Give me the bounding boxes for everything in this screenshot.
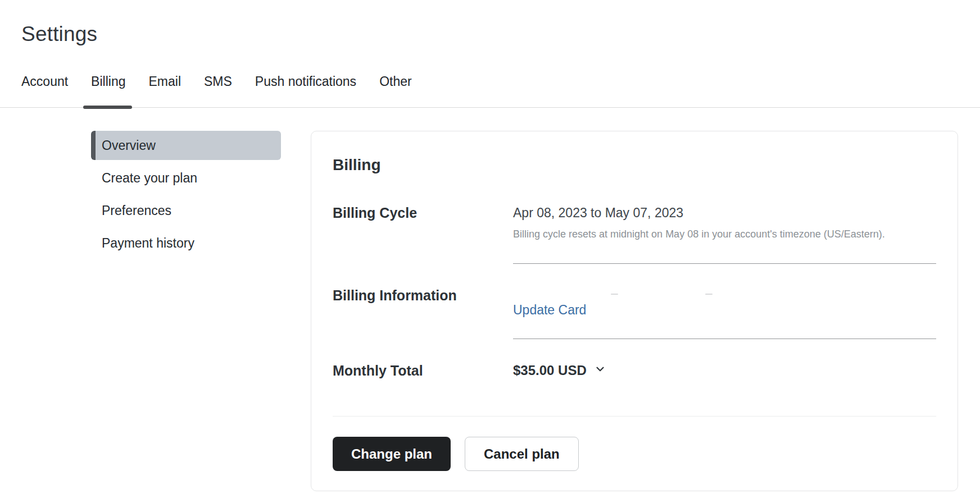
plan-actions: Change plan Cancel plan — [333, 437, 936, 471]
tab-email[interactable]: Email — [148, 74, 181, 107]
monthly-total-row: Monthly Total $35.00 USD — [333, 362, 936, 379]
sidebar-item-overview[interactable]: Overview — [91, 131, 281, 160]
sidebar-item-create-your-plan[interactable]: Create your plan — [91, 163, 281, 193]
chevron-down-icon — [594, 362, 606, 379]
change-plan-button[interactable]: Change plan — [333, 437, 451, 471]
billing-cycle-value-cell: Apr 08, 2023 to May 07, 2023 Billing cyc… — [513, 204, 936, 264]
billing-cycle-row: Billing Cycle Apr 08, 2023 to May 07, 20… — [333, 204, 936, 264]
sidebar-item-preferences[interactable]: Preferences — [91, 196, 281, 225]
billing-information-label: Billing Information — [333, 287, 513, 339]
actions-divider — [333, 416, 936, 417]
billing-information-row: Billing Information Update Card — [333, 287, 936, 339]
settings-tabbar: Account Billing Email SMS Push notificat… — [0, 74, 980, 108]
redacted-card-expiry-mark — [705, 294, 713, 295]
tab-account[interactable]: Account — [21, 74, 68, 107]
billing-cycle-label: Billing Cycle — [333, 204, 513, 264]
page-title: Settings — [21, 22, 980, 46]
billing-information-value-cell: Update Card — [513, 287, 936, 339]
cancel-plan-button[interactable]: Cancel plan — [465, 437, 579, 471]
billing-cycle-helper: Billing cycle resets at midnight on May … — [513, 227, 936, 241]
billing-sidebar: Overview Create your plan Preferences Pa… — [91, 131, 281, 261]
billing-settings-content: Overview Create your plan Preferences Pa… — [0, 108, 980, 491]
tab-push-notifications[interactable]: Push notifications — [255, 74, 356, 107]
billing-cycle-value: Apr 08, 2023 to May 07, 2023 — [513, 204, 936, 221]
billing-overview-card: Billing Billing Cycle Apr 08, 2023 to Ma… — [311, 131, 958, 491]
monthly-total-label: Monthly Total — [333, 362, 513, 379]
redacted-card-number-mark — [611, 294, 618, 295]
redacted-card-info — [513, 287, 936, 301]
page-header: Settings — [0, 0, 980, 46]
monthly-total-value: $35.00 USD — [513, 362, 587, 379]
monthly-total-value-cell: $35.00 USD — [513, 362, 936, 379]
card-heading: Billing — [333, 156, 936, 175]
tab-sms[interactable]: SMS — [204, 74, 232, 107]
update-card-link[interactable]: Update Card — [513, 301, 586, 318]
tab-billing[interactable]: Billing — [91, 74, 125, 107]
tab-other[interactable]: Other — [379, 74, 412, 107]
sidebar-item-payment-history[interactable]: Payment history — [91, 228, 281, 258]
monthly-total-dropdown[interactable]: $35.00 USD — [513, 362, 606, 379]
